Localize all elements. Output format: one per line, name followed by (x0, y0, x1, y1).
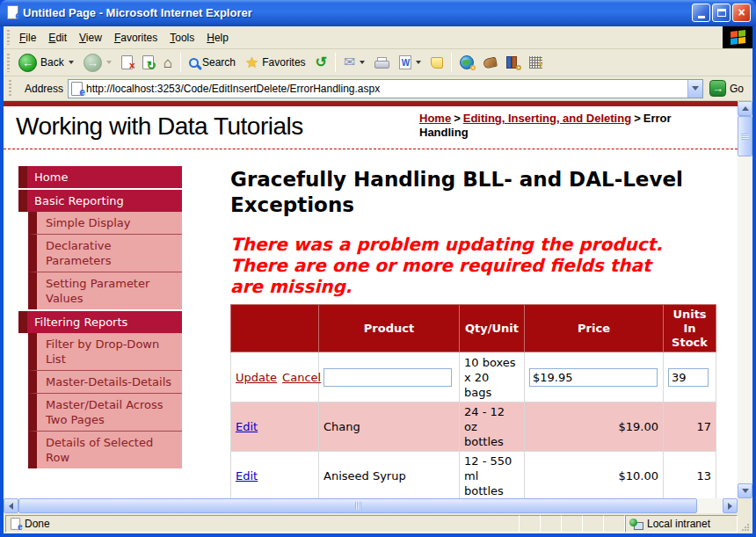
breadcrumb-link-home[interactable]: Home (419, 112, 451, 125)
maximize-button[interactable] (712, 4, 731, 22)
vertical-scrollbar[interactable] (738, 101, 752, 498)
favorites-label: Favorites (262, 56, 305, 69)
favorites-button[interactable]: ★ Favorites (241, 53, 310, 73)
print-button[interactable] (370, 54, 394, 71)
discuss-button[interactable] (426, 54, 447, 71)
history-button[interactable]: ↺ (311, 53, 331, 72)
breadcrumb-separator: > (454, 112, 461, 125)
scroll-right-button[interactable] (723, 498, 738, 513)
sidebar-item-details-of-selected-row[interactable]: Details of Selected Row (28, 431, 182, 468)
menu-edit[interactable]: Edit (42, 29, 73, 47)
forward-button[interactable]: → (79, 51, 116, 75)
ie-page-icon: e (11, 518, 20, 530)
toolbar-grip[interactable] (7, 54, 10, 72)
close-button[interactable]: × (732, 4, 751, 22)
grid-header-units-in-stock: Units In Stock (664, 305, 716, 352)
qty-unit-cell: 10 boxes x 20 bags (460, 352, 525, 403)
menu-favorites[interactable]: Favorites (108, 29, 164, 47)
home-button[interactable]: ⌂ (159, 53, 177, 73)
sidebar-nav: Home Basic Reporting Simple Display Decl… (18, 166, 182, 468)
sidebar-item-filter-by-dropdown-list[interactable]: Filter by Drop-Down List (28, 333, 182, 370)
update-link[interactable]: Update (236, 371, 277, 384)
scroll-up-button[interactable] (738, 101, 752, 116)
address-bar: Address e → Go (4, 76, 752, 101)
scroll-left-button[interactable] (4, 498, 18, 513)
windows-logo-throbber (723, 26, 752, 48)
stop-button[interactable]: × (117, 53, 137, 72)
mail-button[interactable]: ✉ (339, 53, 369, 72)
maximize-icon (717, 9, 726, 17)
menu-tools[interactable]: Tools (164, 29, 200, 47)
edit-with-word-button[interactable]: W (395, 53, 425, 72)
books-magnifier-icon (506, 56, 520, 69)
edit-link[interactable]: Edit (236, 420, 258, 433)
units-in-stock-input[interactable] (668, 368, 709, 387)
sidebar-item-label: Filter by Drop-Down List (46, 337, 159, 366)
sidebar-item-home[interactable]: Home (18, 166, 182, 188)
security-zone-panel: Local intranet (625, 515, 738, 533)
sidebar-item-master-details-details[interactable]: Master-Details-Details (28, 370, 182, 393)
sidebar-item-label: Home (34, 171, 68, 184)
chevron-up-icon (742, 106, 749, 111)
sidebar-item-basic-reporting[interactable]: Basic Reporting (18, 190, 182, 212)
status-text: Done (25, 518, 50, 530)
breadcrumb-link-editing[interactable]: Editing, Inserting, and Deleting (463, 112, 631, 125)
page-title: Gracefully Handling BLL- and DAL-Level E… (230, 167, 716, 218)
product-cell (319, 352, 460, 403)
research-button[interactable] (502, 54, 524, 71)
standard-buttons-toolbar: ← Back → × ↻ ⌂ Search ★ Favorites ↺ (4, 49, 752, 76)
close-icon: × (738, 6, 745, 18)
refresh-button[interactable]: ↻ (138, 53, 158, 72)
browser-viewport: Working with Data Tutorials Home>Editing… (4, 101, 752, 513)
sidebar-item-master-detail-across-two-pages[interactable]: Master/Detail Across Two Pages (28, 393, 182, 431)
horizontal-scrollbar[interactable] (4, 498, 738, 513)
minimize-button[interactable] (692, 4, 710, 22)
web-research-button[interactable] (455, 53, 478, 72)
zone-label: Local intranet (647, 518, 710, 530)
sidebar-item-setting-parameter-values[interactable]: Setting Parameter Values (28, 272, 182, 309)
sidebar-item-filtering-reports[interactable]: Filtering Reports (18, 311, 182, 333)
price-input[interactable] (529, 368, 658, 387)
price-cell: $19.00 (525, 403, 664, 452)
toolbar-separator (335, 53, 336, 72)
address-grip[interactable] (9, 80, 11, 97)
edit-link[interactable]: Edit (236, 469, 258, 483)
back-button[interactable]: ← Back (14, 51, 78, 75)
sidebar-item-declarative-parameters[interactable]: Declarative Parameters (28, 234, 182, 272)
edit-dropdown-caret[interactable] (416, 61, 421, 64)
sidebar-item-label: Basic Reporting (34, 194, 124, 207)
menu-help[interactable]: Help (200, 29, 235, 47)
go-button[interactable]: → Go (708, 80, 749, 97)
cancel-link[interactable]: Cancel (282, 371, 321, 384)
search-button[interactable]: Search (185, 54, 240, 71)
status-bar: e Done Local intranet (4, 513, 752, 533)
address-input[interactable] (86, 81, 687, 97)
horizontal-scroll-thumb[interactable] (18, 498, 697, 513)
title-bar: e Untitled Page - Microsoft Internet Exp… (0, 0, 756, 26)
sidebar-item-label: Simple Display (46, 216, 130, 229)
forward-icon: → (84, 54, 102, 72)
menu-view[interactable]: View (73, 29, 108, 47)
grid-tool-button[interactable]: ϟ (525, 54, 547, 71)
product-input[interactable] (323, 368, 452, 387)
toolbar-separator (451, 53, 452, 72)
menu-grip[interactable] (7, 30, 10, 46)
mail-dropdown-caret[interactable] (360, 61, 365, 64)
grid-header-qty-unit: Qty/Unit (460, 305, 525, 352)
back-dropdown-caret[interactable] (69, 61, 74, 64)
sidebar-item-simple-display[interactable]: Simple Display (28, 212, 182, 234)
word-icon: W (399, 55, 411, 69)
forward-dropdown-caret[interactable] (106, 61, 112, 64)
table-row: Edit Aniseed Syrup 12 - 550 ml bottles $… (231, 452, 716, 499)
addon-tool-button[interactable] (479, 55, 501, 70)
vertical-scroll-thumb[interactable] (738, 116, 752, 156)
scroll-down-button[interactable] (738, 483, 752, 498)
history-icon: ↺ (316, 55, 327, 69)
menu-file[interactable]: File (13, 29, 42, 47)
resize-grip[interactable] (738, 515, 751, 533)
address-label: Address (19, 83, 63, 95)
page-content: Working with Data Tutorials Home>Editing… (4, 101, 738, 498)
address-dropdown-button[interactable] (687, 80, 702, 98)
thumb-grip (355, 502, 361, 510)
actions-cell: Edit (231, 403, 319, 452)
